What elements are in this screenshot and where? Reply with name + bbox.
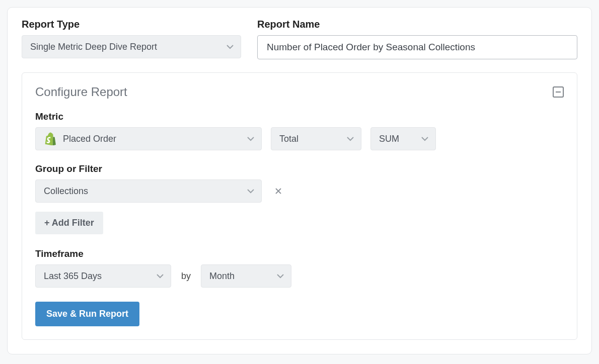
- group-filter-dropdown[interactable]: Collections: [35, 179, 262, 203]
- minus-icon: [556, 92, 561, 93]
- total-value: Total: [279, 134, 298, 144]
- chevron-down-icon: [347, 136, 354, 141]
- chevron-down-icon: [247, 136, 254, 141]
- report-name-input[interactable]: [257, 35, 577, 59]
- group-filter-label: Group or Filter: [35, 163, 564, 174]
- add-filter-button[interactable]: + Add Filter: [35, 212, 103, 234]
- metric-value: Placed Order: [63, 134, 116, 144]
- close-icon: [275, 188, 282, 195]
- configure-report-panel: Configure Report Metric Placed Order: [22, 72, 577, 340]
- shopify-icon: [44, 132, 56, 145]
- timeframe-dropdown[interactable]: Last 365 Days: [35, 264, 171, 288]
- report-type-label: Report Type: [22, 19, 241, 30]
- configure-report-title: Configure Report: [35, 85, 127, 99]
- group-filter-value: Collections: [44, 186, 88, 197]
- interval-dropdown[interactable]: Month: [201, 264, 291, 288]
- remove-filter-button[interactable]: [271, 188, 286, 195]
- metric-dropdown[interactable]: Placed Order: [35, 127, 262, 150]
- interval-value: Month: [209, 271, 235, 282]
- chevron-down-icon: [421, 136, 428, 141]
- aggregation-dropdown[interactable]: SUM: [370, 127, 436, 150]
- report-name-label: Report Name: [257, 19, 577, 30]
- aggregation-value: SUM: [379, 134, 399, 144]
- total-dropdown[interactable]: Total: [271, 127, 361, 150]
- report-type-value: Single Metric Deep Dive Report: [30, 42, 157, 52]
- chevron-down-icon: [227, 44, 234, 49]
- timeframe-value: Last 365 Days: [44, 271, 102, 282]
- save-run-button[interactable]: Save & Run Report: [35, 302, 139, 326]
- chevron-down-icon: [157, 274, 164, 279]
- timeframe-label: Timeframe: [35, 248, 564, 259]
- chevron-down-icon: [247, 189, 254, 194]
- report-type-dropdown[interactable]: Single Metric Deep Dive Report: [22, 35, 241, 58]
- report-builder-card: Report Type Single Metric Deep Dive Repo…: [7, 7, 592, 354]
- collapse-button[interactable]: [553, 86, 564, 98]
- chevron-down-icon: [277, 274, 284, 279]
- metric-label: Metric: [35, 111, 564, 122]
- by-label: by: [180, 271, 192, 282]
